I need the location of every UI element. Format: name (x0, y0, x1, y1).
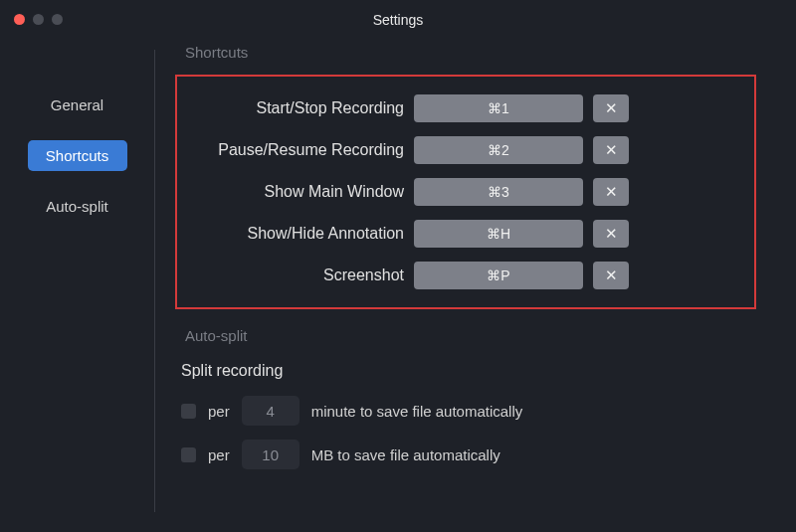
shortcut-row-screenshot: Screenshot ⌘P ✕ (185, 262, 740, 289)
checkbox-split-mb[interactable] (181, 447, 196, 462)
close-icon: ✕ (605, 183, 618, 201)
shortcut-label: Start/Stop Recording (185, 99, 404, 117)
section-header-autosplit: Auto-split (185, 327, 756, 344)
clear-shortcut-button[interactable]: ✕ (593, 94, 629, 122)
sidebar: General Shortcuts Auto-split (0, 40, 154, 532)
shortcut-row-pause-resume: Pause/Resume Recording ⌘2 ✕ (185, 136, 740, 164)
shortcut-row-start-stop: Start/Stop Recording ⌘1 ✕ (185, 94, 740, 122)
shortcut-key-input[interactable]: ⌘H (414, 220, 583, 248)
shortcut-key-input[interactable]: ⌘P (414, 262, 583, 289)
close-icon: ✕ (605, 141, 618, 159)
close-icon: ✕ (605, 266, 618, 284)
mb-input[interactable]: 10 (242, 440, 299, 469)
sidebar-item-general[interactable]: General (28, 89, 127, 120)
content: General Shortcuts Auto-split Shortcuts S… (0, 40, 796, 532)
minutes-input[interactable]: 4 (242, 396, 299, 426)
shortcut-key-input[interactable]: ⌘2 (414, 136, 583, 164)
sidebar-item-autosplit[interactable]: Auto-split (28, 191, 127, 222)
section-header-shortcuts: Shortcuts (185, 44, 756, 61)
shortcut-label: Show/Hide Annotation (185, 225, 404, 243)
per-label: per (208, 446, 230, 463)
maximize-icon[interactable] (52, 14, 63, 25)
shortcut-label: Pause/Resume Recording (185, 141, 404, 159)
close-icon: ✕ (605, 99, 618, 117)
sidebar-item-shortcuts[interactable]: Shortcuts (28, 140, 127, 171)
split-row-mb: per 10 MB to save file automatically (181, 440, 756, 469)
shortcut-label: Screenshot (185, 266, 404, 284)
split-recording-title: Split recording (181, 362, 756, 380)
sidebar-item-label: Shortcuts (46, 147, 108, 164)
shortcut-key-input[interactable]: ⌘3 (414, 178, 583, 206)
minutes-suffix: minute to save file automatically (311, 403, 523, 420)
clear-shortcut-button[interactable]: ✕ (593, 136, 629, 164)
shortcut-key-input[interactable]: ⌘1 (414, 94, 583, 122)
shortcut-label: Show Main Window (185, 183, 404, 201)
checkbox-split-minutes[interactable] (181, 404, 196, 419)
clear-shortcut-button[interactable]: ✕ (593, 220, 629, 248)
mb-suffix: MB to save file automatically (311, 446, 500, 463)
window-title: Settings (373, 12, 424, 28)
shortcut-row-main-window: Show Main Window ⌘3 ✕ (185, 178, 740, 206)
split-row-minutes: per 4 minute to save file automatically (181, 396, 756, 426)
main-panel: Shortcuts Start/Stop Recording ⌘1 ✕ Paus… (155, 40, 796, 532)
shortcuts-group-highlight: Start/Stop Recording ⌘1 ✕ Pause/Resume R… (175, 75, 756, 309)
window-controls (14, 14, 63, 25)
clear-shortcut-button[interactable]: ✕ (593, 262, 629, 289)
per-label: per (208, 403, 230, 420)
close-icon: ✕ (605, 225, 618, 243)
titlebar: Settings (0, 0, 796, 40)
sidebar-item-label: Auto-split (46, 198, 108, 215)
close-icon[interactable] (14, 14, 25, 25)
shortcut-row-annotation: Show/Hide Annotation ⌘H ✕ (185, 220, 740, 248)
minimize-icon[interactable] (33, 14, 44, 25)
clear-shortcut-button[interactable]: ✕ (593, 178, 629, 206)
sidebar-item-label: General (51, 96, 103, 113)
